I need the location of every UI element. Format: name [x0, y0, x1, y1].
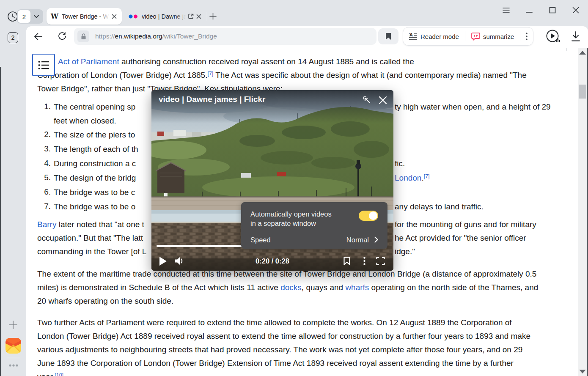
- tab-count-badge[interactable]: 2: [18, 10, 30, 23]
- article-text: The size of the piers to: [54, 130, 135, 139]
- video-title: video | Dawne james | Flickr: [159, 95, 265, 104]
- tab-divider: [207, 12, 207, 21]
- list-item: The size of the piers to: [54, 130, 135, 140]
- reader-mode-label: Reader mode: [420, 33, 459, 40]
- list-item: The central opening sp: [54, 102, 135, 112]
- reference-link[interactable]: [10]: [55, 372, 63, 376]
- download-button[interactable]: [571, 31, 580, 41]
- fullscreen-button[interactable]: [376, 257, 385, 265]
- list-item-right: London.[7]: [395, 173, 430, 184]
- read-aloud-button[interactable]: [546, 29, 561, 44]
- article-text: The length of each of th: [54, 145, 138, 154]
- article-line: occupation." But that "The latt: [37, 233, 143, 243]
- kebab-icon: [526, 33, 528, 40]
- summarize-button[interactable]: summarize: [465, 27, 520, 45]
- video-settings-popup: Automatically open videos in a separate …: [241, 202, 387, 249]
- video-bookmark-button[interactable]: [343, 257, 350, 265]
- reference-link[interactable]: [7]: [207, 71, 213, 77]
- toggle-knob: [369, 211, 377, 220]
- scrollbar-up-arrow[interactable]: [579, 51, 586, 55]
- tab-tower-bridge[interactable]: W Tower Bridge - Wikipedia: [47, 8, 122, 25]
- wiki-link[interactable]: wharfs: [345, 283, 369, 292]
- list-item-right: fic.: [395, 159, 405, 169]
- minimize-button[interactable]: [523, 4, 536, 16]
- article-text: later noted that "at one t: [56, 220, 144, 229]
- video-controls: 0:20 / 0:28: [151, 251, 393, 271]
- list-number: 1.: [40, 102, 51, 111]
- close-tab-icon[interactable]: [196, 14, 201, 19]
- browser-menu-icon[interactable]: [500, 4, 512, 16]
- scrollbar-down-arrow[interactable]: [579, 370, 586, 373]
- article-text: authorising construction received royal …: [119, 57, 414, 66]
- back-button[interactable]: [34, 33, 43, 41]
- list-number: 4.: [40, 159, 51, 168]
- address-bar[interactable]: https://en.wikipedia.org/wiki/Tower_Brid…: [74, 28, 376, 45]
- list-item: During construction a c: [54, 159, 136, 169]
- reference-link[interactable]: [7]: [424, 173, 430, 179]
- floating-video-player[interactable]: video | Dawne james | Flickr 0:20 / 0:28…: [151, 90, 393, 271]
- bookmark-chip[interactable]: [378, 28, 398, 44]
- article-text: .: [421, 173, 423, 182]
- wikipedia-favicon: W: [51, 12, 58, 20]
- article-text: fic.: [395, 159, 405, 168]
- article-text: for the mounting of guns and for militar…: [395, 220, 536, 229]
- restore-to-tab-icon[interactable]: [363, 96, 373, 106]
- sidebar-tab-count: 2: [11, 34, 14, 41]
- article-text: occupation." But that "The latt: [37, 233, 143, 242]
- list-number: 5.: [40, 173, 51, 182]
- list-item-right: any delays to land traffic.: [395, 202, 484, 212]
- new-tab-button[interactable]: [209, 12, 217, 20]
- article-line: commanding in the Tower [of L: [37, 247, 146, 257]
- article-line: miles) is demonstrated in Schedule B of …: [37, 283, 538, 293]
- wiki-link[interactable]: Act of Parliament: [58, 57, 119, 66]
- browser-window: { "window_controls": { "menu": "menu", "…: [0, 0, 588, 376]
- toc-button[interactable]: [32, 54, 55, 76]
- url-text[interactable]: https://en.wikipedia.org/wiki/Tower_Brid…: [95, 33, 217, 40]
- list-item: The bridge was to be o: [54, 202, 135, 212]
- article-line: 20 wharfs operating on the south side.: [37, 296, 173, 306]
- wiki-link[interactable]: Barry: [37, 220, 56, 229]
- more-actions-button[interactable]: [520, 27, 533, 45]
- close-window-button[interactable]: [569, 4, 582, 16]
- wiki-link[interactable]: docks: [280, 283, 302, 292]
- article-text: any delays to land traffic.: [395, 202, 484, 211]
- speed-value: Normal: [346, 235, 369, 244]
- scrollbar-thumb[interactable]: [579, 85, 586, 99]
- flickr-favicon: [129, 14, 138, 19]
- sidebar-tab-count-badge[interactable]: 2: [8, 32, 18, 43]
- reload-button[interactable]: [58, 32, 67, 41]
- article-text: year.: [37, 372, 55, 376]
- tab-title-fade: [175, 13, 186, 20]
- page-actions-pill: A Reader mode summarize: [403, 27, 533, 46]
- sidebar-add-button[interactable]: [9, 321, 17, 329]
- sidebar-more-icon[interactable]: [9, 364, 18, 367]
- list-number: 7.: [40, 202, 51, 211]
- list-icon: [38, 60, 49, 70]
- wiki-search-box[interactable]: [446, 48, 566, 51]
- article-line: year.[10]: [37, 372, 63, 376]
- lock-icon[interactable]: [77, 30, 89, 42]
- article-line-right: he Act provided for "the senior officer: [395, 233, 526, 243]
- tab-group-pill[interactable]: 2: [17, 9, 43, 24]
- maximize-button[interactable]: [546, 4, 559, 16]
- article-text: various adjustments to neighbouring stre…: [37, 345, 522, 354]
- popout-indicator-icon[interactable]: [188, 13, 194, 19]
- yandex-mail-icon[interactable]: [5, 338, 21, 354]
- video-more-button[interactable]: [363, 257, 365, 265]
- close-video-icon[interactable]: [379, 96, 387, 104]
- tab-flickr-video[interactable]: video | Dawne james | Flickr: [125, 8, 205, 25]
- url-scheme: https://: [95, 33, 115, 40]
- article-text: June 1893 the Corporation of London (Tow…: [37, 359, 514, 368]
- close-tab-icon[interactable]: [112, 14, 117, 19]
- article-text: operating on the north side of the Thame…: [369, 283, 538, 292]
- speed-label: Speed: [250, 235, 271, 244]
- wiki-link[interactable]: London: [395, 173, 421, 182]
- article-text: The design of the bridg: [54, 173, 136, 182]
- speed-row[interactable]: Speed Normal: [241, 233, 387, 245]
- chevron-down-icon[interactable]: [34, 15, 39, 18]
- auto-open-toggle[interactable]: [359, 211, 378, 221]
- article-text: London (Tower Bridge) Act 1889 received …: [37, 332, 530, 340]
- reader-mode-button[interactable]: A Reader mode: [403, 27, 465, 45]
- article-text: The bridge was to be o: [54, 202, 135, 211]
- list-item-right: ty high water when open, and a height of…: [395, 102, 551, 112]
